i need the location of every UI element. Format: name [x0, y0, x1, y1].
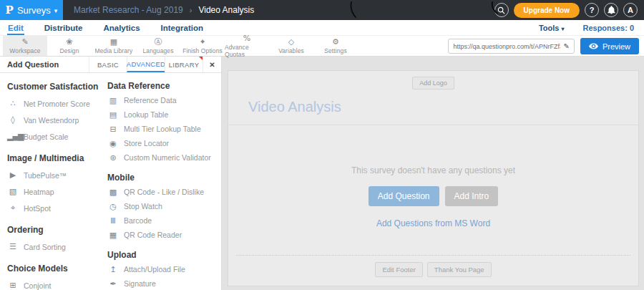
add-intro-button[interactable]: Add Intro — [445, 186, 499, 206]
toolbar-item-label: Design — [59, 47, 79, 54]
question-type-label: Reference Data — [124, 96, 177, 105]
section-heading: Data Reference — [107, 81, 217, 91]
tools-menu[interactable]: Tools ▾ — [539, 24, 565, 32]
question-type-stop-watch[interactable]: ◷ Stop Watch — [107, 199, 217, 213]
bell-icon — [608, 6, 615, 14]
question-type-hotspot[interactable]: ⌖ HotSpot — [7, 200, 107, 216]
empty-state: This survey doesn't have any questions y… — [351, 165, 515, 228]
thank-you-page-button[interactable]: Thank You Page — [427, 262, 492, 277]
edit-footer-button[interactable]: Edit Footer — [375, 262, 422, 277]
add-logo-button[interactable]: Add Logo — [412, 77, 454, 90]
tab-edit[interactable]: Edit — [7, 22, 24, 35]
toolbar-item-media-library[interactable]: ▦ Media Library — [92, 36, 136, 56]
question-type-attach-upload-file[interactable]: ↥ Attach/Upload File — [107, 262, 217, 276]
topbar-actions: Upgrade Now ? A — [494, 3, 644, 18]
toolbar-item-label: Workspace — [9, 47, 40, 54]
video-play-icon: ▶ — [7, 171, 18, 179]
question-type-custom-numeric-validator[interactable]: ⊛ Custom Numeric Validator — [107, 150, 217, 165]
question-type-conjoint[interactable]: ⊞ Conjoint — [7, 277, 107, 290]
close-icon: ✕ — [209, 61, 215, 69]
toolbar-item-finish-options[interactable]: ✦ Finish Options — [180, 36, 225, 56]
question-type-label: Custom Numeric Validator — [124, 153, 211, 162]
title-divider — [228, 125, 638, 125]
quota-icon: % — [243, 34, 250, 43]
question-type-qr-code-reader[interactable]: ▦ QR Code Reader — [107, 228, 217, 242]
question-type-card-sorting[interactable]: ☰ Card Sorting — [7, 238, 107, 255]
toolbar-item-advance-quotas[interactable]: % Advance Quotas — [225, 36, 269, 56]
footer-buttons: Edit Footer Thank You Page — [375, 262, 491, 277]
question-type-label: Lookup Table — [124, 110, 168, 119]
footer-divider — [236, 255, 630, 256]
help-button[interactable]: ? — [585, 3, 599, 17]
primary-nav: Edit Distribute Analytics Integration To… — [0, 20, 644, 36]
upgrade-now-button[interactable]: Upgrade Now — [514, 3, 580, 18]
survey-url-box: ✎ — [448, 39, 574, 54]
question-type-signature[interactable]: ✒ Signature — [107, 276, 217, 290]
qr-reader-icon: ▦ — [107, 231, 118, 239]
empty-state-actions: Add Question Add Intro — [369, 186, 498, 206]
toolbar-item-variables[interactable]: ◇ Variables — [269, 36, 313, 56]
question-type-store-locator[interactable]: ◉ Store Locator — [107, 136, 217, 150]
toolbar-item-label: Media Library — [95, 47, 133, 54]
question-type-label: HotSpot — [24, 204, 51, 213]
breadcrumb-current: Video Analysis — [198, 5, 254, 15]
surveys-menu[interactable]: P Surveys ▾ — [0, 0, 63, 20]
question-type-barcode[interactable]: Ⅲ Barcode — [107, 213, 217, 228]
question-type-qr-code-like-dislike[interactable]: ▩ QR Code - Like / Dislike — [107, 185, 217, 199]
question-type-label: Multi Tier Lookup Table — [124, 125, 201, 133]
question-type-multi-tier-lookup-table[interactable]: ⊟ Multi Tier Lookup Table — [107, 122, 217, 136]
product-label: Surveys — [17, 5, 51, 16]
grid-icon: ⊞ — [7, 281, 18, 289]
toolbar-item-settings[interactable]: ⚙ Settings — [313, 36, 358, 56]
translate-icon: Ⓐ — [155, 38, 162, 47]
account-avatar[interactable]: A — [623, 3, 638, 17]
question-type-tubepulse[interactable]: ▶ TubePulse™ — [7, 167, 107, 183]
gear-icon: ⚙ — [332, 38, 339, 47]
stray-mark — [348, 1, 360, 19]
tab-distribute[interactable]: Distribute — [44, 22, 84, 35]
responses-count[interactable]: Responses: 0 — [582, 24, 634, 32]
question-type-reference-data[interactable]: ▥ Reference Data — [107, 93, 217, 107]
workspace-icon: ✎ — [21, 38, 28, 47]
toolbar-item-design[interactable]: ❀ Design — [47, 36, 92, 56]
question-type-heatmap[interactable]: ▧ Heatmap — [7, 183, 107, 200]
close-panel-button[interactable]: ✕ — [203, 57, 221, 72]
tab-integration[interactable]: Integration — [160, 22, 204, 35]
toolbar-item-label: Languages — [143, 47, 174, 54]
qr-code-icon: ▩ — [107, 188, 118, 196]
preview-label: Preview — [602, 42, 630, 51]
add-question-button[interactable]: Add Question — [369, 186, 439, 206]
edit-url-icon[interactable]: ✎ — [563, 42, 569, 50]
survey-url-input[interactable] — [453, 43, 560, 50]
add-questions-from-ms-word-link[interactable]: Add Questions from MS Word — [376, 218, 490, 228]
tab-advanced[interactable]: ADVANCED — [127, 57, 165, 72]
question-type-lookup-table[interactable]: ▤ Lookup Table — [107, 107, 217, 122]
tag-icon: ◇ — [288, 38, 294, 47]
breadcrumb-parent[interactable]: Market Research - Aug 2019 — [74, 5, 183, 15]
chevron-down-icon: ▾ — [54, 7, 58, 14]
toolbar-item-languages[interactable]: Ⓐ Languages — [136, 36, 180, 56]
question-type-van-westendorp[interactable]: ◊ Van Westendorp — [7, 112, 107, 128]
preview-button[interactable]: Preview — [580, 38, 639, 54]
breadcrumb: Market Research - Aug 2019 › Video Analy… — [74, 5, 254, 15]
tab-analytics[interactable]: Analytics — [102, 22, 140, 35]
tab-library[interactable]: LIBRARY — [165, 57, 203, 72]
question-type-label: QR Code Reader — [124, 231, 182, 239]
map-pin-icon: ◉ — [107, 140, 118, 148]
empty-state-message: This survey doesn't have any questions y… — [351, 165, 515, 175]
survey-title[interactable]: Video Analysis — [248, 99, 341, 115]
question-type-net-promoter-score[interactable]: ∴ Net Promoter Score — [7, 95, 107, 112]
avatar-letter: A — [628, 6, 633, 14]
question-type-label: Signature — [124, 279, 156, 288]
card-footer: Edit Footer Thank You Page — [228, 255, 638, 286]
toolbar-item-workspace[interactable]: ✎ Workspace — [3, 36, 47, 56]
question-type-budget-scale[interactable]: ▂▄▆ Budget Scale — [7, 128, 107, 145]
tab-basic[interactable]: BASIC — [89, 57, 127, 72]
notifications-button[interactable] — [604, 3, 618, 17]
top-bar: P Surveys ▾ Market Research - Aug 2019 ›… — [0, 0, 644, 20]
question-type-column-left: Customer Satisfaction ∴ Net Promoter Sco… — [7, 73, 107, 290]
question-type-label: TubePulse™ — [24, 171, 67, 180]
section-heading: Mobile — [107, 173, 217, 183]
section-heading: Upload — [107, 250, 217, 260]
price-tag-icon: ◊ — [7, 116, 18, 124]
